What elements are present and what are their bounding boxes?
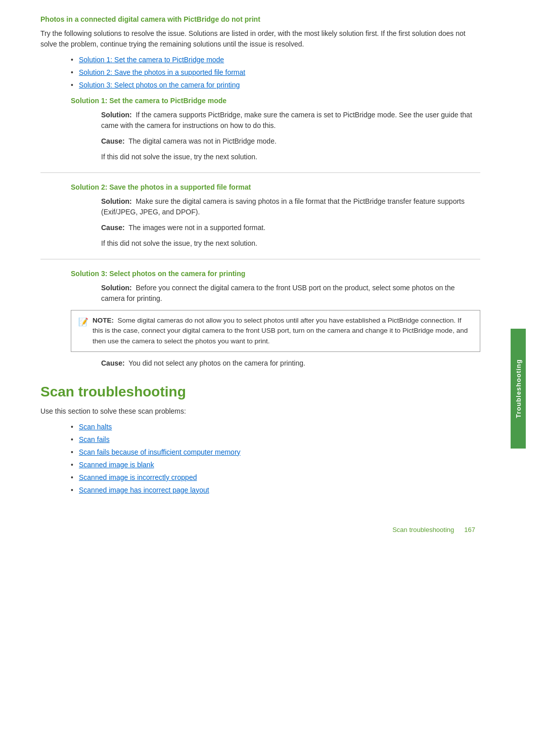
footer-page-number: 167: [464, 526, 475, 533]
note-label: NOTE:: [93, 317, 114, 324]
solution1-next: If this did not solve the issue, try the…: [101, 152, 480, 162]
list-item-sol2: Solution 2: Save the photos in a support…: [71, 67, 480, 78]
tab-label: Troubleshooting: [515, 359, 522, 418]
link-sol3[interactable]: Solution 3: Select photos on the camera …: [79, 81, 240, 89]
scan-list-item-4: Scanned image is blank: [71, 460, 480, 470]
solution3-content: Before you connect the digital camera to…: [101, 284, 455, 302]
solution2-label: Solution:: [101, 197, 132, 205]
scan-link-2[interactable]: Scan fails: [79, 435, 110, 443]
divider1: [40, 172, 480, 173]
solution1-block: Solution 1: Set the camera to PictBridge…: [71, 97, 480, 162]
cause1-content: The digital camera was not in PictBridge…: [128, 137, 277, 145]
solution2-text: Solution: Make sure the digital camera i…: [101, 196, 480, 217]
scan-link-6[interactable]: Scanned image has incorrect page layout: [79, 486, 209, 494]
list-item-sol3: Solution 3: Select photos on the camera …: [71, 80, 480, 91]
solution1-heading: Solution 1: Set the camera to PictBridge…: [71, 97, 480, 105]
solution2-block: Solution 2: Save the photos in a support…: [71, 183, 480, 249]
solution1-label: Solution:: [101, 111, 132, 119]
solution2-next: If this did not solve the issue, try the…: [101, 238, 480, 249]
cause2-label: Cause:: [101, 224, 125, 232]
solution3-heading: Solution 3: Select photos on the camera …: [71, 270, 480, 278]
note-icon: 📝: [78, 316, 88, 346]
scan-list-item-3: Scan fails because of insufficient compu…: [71, 447, 480, 458]
scan-link-4[interactable]: Scanned image is blank: [79, 461, 154, 469]
solution3-label: Solution:: [101, 284, 132, 292]
scan-list-item-5: Scanned image is incorrectly cropped: [71, 472, 480, 483]
solution1-text: Solution: If the camera supports PictBri…: [101, 110, 480, 131]
link-sol2[interactable]: Solution 2: Save the photos in a support…: [79, 68, 245, 76]
troubleshooting-tab: Troubleshooting: [511, 329, 526, 449]
note-content: NOTE: Some digital cameras do not allow …: [93, 316, 473, 346]
scan-list-item-1: Scan halts: [71, 422, 480, 432]
note-box: 📝 NOTE: Some digital cameras do not allo…: [71, 310, 480, 352]
cause3-content: You did not select any photos on the cam…: [128, 359, 305, 367]
scan-link-5[interactable]: Scanned image is incorrectly cropped: [79, 473, 197, 481]
note-text: Some digital cameras do not allow you to…: [93, 317, 468, 345]
cause3-label: Cause:: [101, 359, 125, 367]
cause1-label: Cause:: [101, 137, 125, 145]
divider2: [40, 259, 480, 259]
solutions-list: Solution 1: Set the camera to PictBridge…: [71, 55, 480, 91]
footer-left: Scan troubleshooting: [392, 526, 454, 533]
solution1-content: If the camera supports PictBridge, make …: [101, 111, 472, 129]
solution3-text: Solution: Before you connect the digital…: [101, 283, 480, 304]
scan-list: Scan halts Scan fails Scan fails because…: [71, 422, 480, 496]
link-sol1[interactable]: Solution 1: Set the camera to PictBridge…: [79, 56, 224, 64]
solution3-cause: Cause: You did not select any photos on …: [101, 358, 480, 369]
scan-intro: Use this section to solve these scan pro…: [40, 406, 480, 417]
solution2-content: Make sure the digital camera is saving p…: [101, 197, 465, 216]
solution2-heading: Solution 2: Save the photos in a support…: [71, 183, 480, 191]
solution1-cause: Cause: The digital camera was not in Pic…: [101, 136, 480, 147]
list-item-sol1: Solution 1: Set the camera to PictBridge…: [71, 55, 480, 65]
intro-text: Try the following solutions to resolve t…: [40, 28, 480, 50]
cause2-content: The images were not in a supported forma…: [128, 224, 265, 232]
solution2-cause: Cause: The images were not in a supporte…: [101, 223, 480, 233]
scan-list-item-6: Scanned image has incorrect page layout: [71, 485, 480, 496]
section-heading-pictbridge: Photos in a connected digital camera wit…: [40, 15, 480, 23]
scan-link-3[interactable]: Scan fails because of insufficient compu…: [79, 448, 241, 456]
scan-link-1[interactable]: Scan halts: [79, 423, 112, 431]
scan-section-heading: Scan troubleshooting: [40, 384, 480, 400]
scan-list-item-2: Scan fails: [71, 434, 480, 445]
solution3-block: Solution 3: Select photos on the camera …: [71, 270, 480, 369]
